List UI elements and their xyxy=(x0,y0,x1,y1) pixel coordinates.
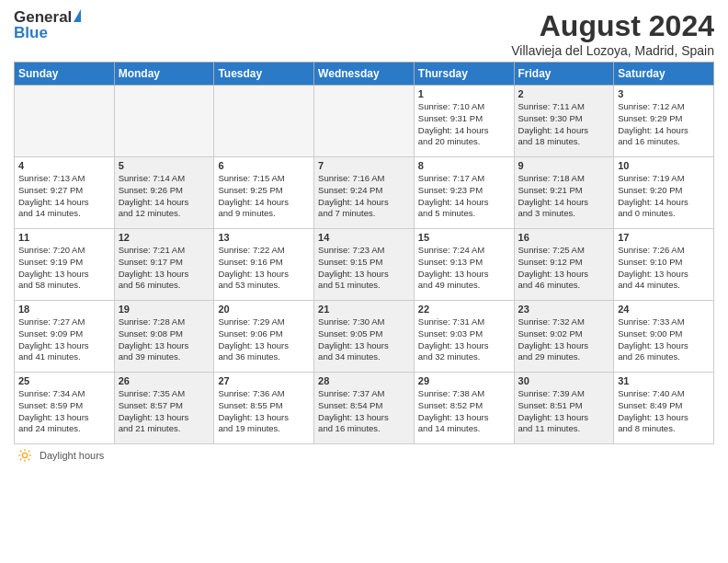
footer: Daylight hours xyxy=(14,448,714,463)
day-number: 23 xyxy=(518,304,610,315)
calendar-day: 22Sunrise: 7:31 AM Sunset: 9:03 PM Dayli… xyxy=(414,301,514,373)
calendar-day: 9Sunrise: 7:18 AM Sunset: 9:21 PM Daylig… xyxy=(514,157,614,229)
day-number: 20 xyxy=(218,304,310,315)
day-number: 12 xyxy=(119,232,210,243)
day-info: Sunrise: 7:19 AM Sunset: 9:20 PM Dayligh… xyxy=(618,173,710,220)
calendar-week-1: 1Sunrise: 7:10 AM Sunset: 9:31 PM Daylig… xyxy=(15,86,714,157)
calendar-day: 24Sunrise: 7:33 AM Sunset: 9:00 PM Dayli… xyxy=(614,301,714,373)
column-header-monday: Monday xyxy=(114,63,214,86)
day-number: 24 xyxy=(618,304,710,315)
calendar-day: 17Sunrise: 7:26 AM Sunset: 9:10 PM Dayli… xyxy=(614,229,714,301)
calendar-day: 1Sunrise: 7:10 AM Sunset: 9:31 PM Daylig… xyxy=(414,86,514,157)
calendar-day: 10Sunrise: 7:19 AM Sunset: 9:20 PM Dayli… xyxy=(614,157,714,229)
day-number: 6 xyxy=(218,160,310,171)
calendar-day: 18Sunrise: 7:27 AM Sunset: 9:09 PM Dayli… xyxy=(15,301,115,373)
month-year-title: August 2024 xyxy=(511,9,714,43)
column-header-thursday: Thursday xyxy=(414,63,514,86)
calendar-day xyxy=(114,86,214,157)
svg-line-5 xyxy=(20,451,21,452)
day-info: Sunrise: 7:39 AM Sunset: 8:51 PM Dayligh… xyxy=(518,388,610,435)
calendar-day: 7Sunrise: 7:16 AM Sunset: 9:24 PM Daylig… xyxy=(314,157,415,229)
day-number: 1 xyxy=(418,88,510,99)
day-number: 21 xyxy=(318,304,410,315)
calendar-day: 5Sunrise: 7:14 AM Sunset: 9:26 PM Daylig… xyxy=(114,157,214,229)
column-header-saturday: Saturday xyxy=(614,63,714,86)
day-number: 27 xyxy=(218,375,310,386)
day-info: Sunrise: 7:35 AM Sunset: 8:57 PM Dayligh… xyxy=(119,388,210,435)
calendar-day: 19Sunrise: 7:28 AM Sunset: 9:08 PM Dayli… xyxy=(114,301,214,373)
title-block: August 2024 Villavieja del Lozoya, Madri… xyxy=(511,9,714,58)
column-header-friday: Friday xyxy=(514,63,614,86)
day-number: 26 xyxy=(119,375,210,386)
day-info: Sunrise: 7:12 AM Sunset: 9:29 PM Dayligh… xyxy=(618,101,710,148)
day-number: 28 xyxy=(318,375,410,386)
day-info: Sunrise: 7:11 AM Sunset: 9:30 PM Dayligh… xyxy=(518,101,610,148)
day-number: 4 xyxy=(18,160,110,171)
day-number: 3 xyxy=(618,88,710,99)
calendar-day: 26Sunrise: 7:35 AM Sunset: 8:57 PM Dayli… xyxy=(114,373,214,444)
calendar-day: 20Sunrise: 7:29 AM Sunset: 9:06 PM Dayli… xyxy=(214,301,314,373)
calendar-day: 6Sunrise: 7:15 AM Sunset: 9:25 PM Daylig… xyxy=(214,157,314,229)
day-number: 10 xyxy=(618,160,710,171)
day-number: 8 xyxy=(418,160,510,171)
day-number: 17 xyxy=(618,232,710,243)
logo-triangle-icon xyxy=(74,9,81,22)
calendar-day: 23Sunrise: 7:32 AM Sunset: 9:02 PM Dayli… xyxy=(514,301,614,373)
location-subtitle: Villavieja del Lozoya, Madrid, Spain xyxy=(511,43,714,58)
day-number: 13 xyxy=(218,232,310,243)
column-header-sunday: Sunday xyxy=(15,63,115,86)
day-info: Sunrise: 7:20 AM Sunset: 9:19 PM Dayligh… xyxy=(18,245,110,292)
svg-line-7 xyxy=(28,451,29,452)
day-info: Sunrise: 7:25 AM Sunset: 9:12 PM Dayligh… xyxy=(518,245,610,292)
page-container: General Blue August 2024 Villavieja del … xyxy=(0,0,728,467)
calendar-week-4: 18Sunrise: 7:27 AM Sunset: 9:09 PM Dayli… xyxy=(15,301,714,373)
calendar-day: 21Sunrise: 7:30 AM Sunset: 9:05 PM Dayli… xyxy=(314,301,415,373)
day-number: 30 xyxy=(518,375,610,386)
calendar-day: 13Sunrise: 7:22 AM Sunset: 9:16 PM Dayli… xyxy=(214,229,314,301)
svg-point-0 xyxy=(22,453,27,457)
day-number: 9 xyxy=(518,160,610,171)
calendar-day xyxy=(15,86,115,157)
day-number: 14 xyxy=(318,232,410,243)
sun-icon xyxy=(17,448,32,463)
calendar-header-row: SundayMondayTuesdayWednesdayThursdayFrid… xyxy=(15,63,714,86)
calendar-day: 29Sunrise: 7:38 AM Sunset: 8:52 PM Dayli… xyxy=(414,373,514,444)
calendar-day: 15Sunrise: 7:24 AM Sunset: 9:13 PM Dayli… xyxy=(414,229,514,301)
day-info: Sunrise: 7:36 AM Sunset: 8:55 PM Dayligh… xyxy=(218,388,310,435)
day-info: Sunrise: 7:15 AM Sunset: 9:25 PM Dayligh… xyxy=(218,173,310,220)
logo-blue: Blue xyxy=(14,25,48,42)
day-info: Sunrise: 7:10 AM Sunset: 9:31 PM Dayligh… xyxy=(418,101,510,148)
day-info: Sunrise: 7:22 AM Sunset: 9:16 PM Dayligh… xyxy=(218,245,310,292)
day-info: Sunrise: 7:18 AM Sunset: 9:21 PM Dayligh… xyxy=(518,173,610,220)
calendar-week-3: 11Sunrise: 7:20 AM Sunset: 9:19 PM Dayli… xyxy=(15,229,714,301)
day-number: 2 xyxy=(518,88,610,99)
day-number: 15 xyxy=(418,232,510,243)
calendar-day: 28Sunrise: 7:37 AM Sunset: 8:54 PM Dayli… xyxy=(314,373,415,444)
day-number: 16 xyxy=(518,232,610,243)
day-info: Sunrise: 7:17 AM Sunset: 9:23 PM Dayligh… xyxy=(418,173,510,220)
day-info: Sunrise: 7:21 AM Sunset: 9:17 PM Dayligh… xyxy=(119,245,210,292)
calendar-day: 2Sunrise: 7:11 AM Sunset: 9:30 PM Daylig… xyxy=(514,86,614,157)
day-info: Sunrise: 7:28 AM Sunset: 9:08 PM Dayligh… xyxy=(119,316,210,363)
calendar-day: 12Sunrise: 7:21 AM Sunset: 9:17 PM Dayli… xyxy=(114,229,214,301)
logo: General Blue xyxy=(14,9,81,41)
day-number: 22 xyxy=(418,304,510,315)
day-info: Sunrise: 7:37 AM Sunset: 8:54 PM Dayligh… xyxy=(318,388,410,435)
calendar-day: 8Sunrise: 7:17 AM Sunset: 9:23 PM Daylig… xyxy=(414,157,514,229)
day-info: Sunrise: 7:32 AM Sunset: 9:02 PM Dayligh… xyxy=(518,316,610,363)
day-number: 29 xyxy=(418,375,510,386)
calendar-day xyxy=(214,86,314,157)
day-number: 11 xyxy=(18,232,110,243)
calendar-day: 11Sunrise: 7:20 AM Sunset: 9:19 PM Dayli… xyxy=(15,229,115,301)
day-info: Sunrise: 7:40 AM Sunset: 8:49 PM Dayligh… xyxy=(618,388,710,435)
day-info: Sunrise: 7:38 AM Sunset: 8:52 PM Dayligh… xyxy=(418,388,510,435)
calendar-day: 16Sunrise: 7:25 AM Sunset: 9:12 PM Dayli… xyxy=(514,229,614,301)
day-info: Sunrise: 7:23 AM Sunset: 9:15 PM Dayligh… xyxy=(318,245,410,292)
logo-block: General Blue xyxy=(14,9,81,41)
day-info: Sunrise: 7:29 AM Sunset: 9:06 PM Dayligh… xyxy=(218,316,310,363)
calendar-day: 25Sunrise: 7:34 AM Sunset: 8:59 PM Dayli… xyxy=(15,373,115,444)
day-number: 31 xyxy=(618,375,710,386)
day-info: Sunrise: 7:14 AM Sunset: 9:26 PM Dayligh… xyxy=(119,173,210,220)
calendar-day: 27Sunrise: 7:36 AM Sunset: 8:55 PM Dayli… xyxy=(214,373,314,444)
day-info: Sunrise: 7:34 AM Sunset: 8:59 PM Dayligh… xyxy=(18,388,110,435)
